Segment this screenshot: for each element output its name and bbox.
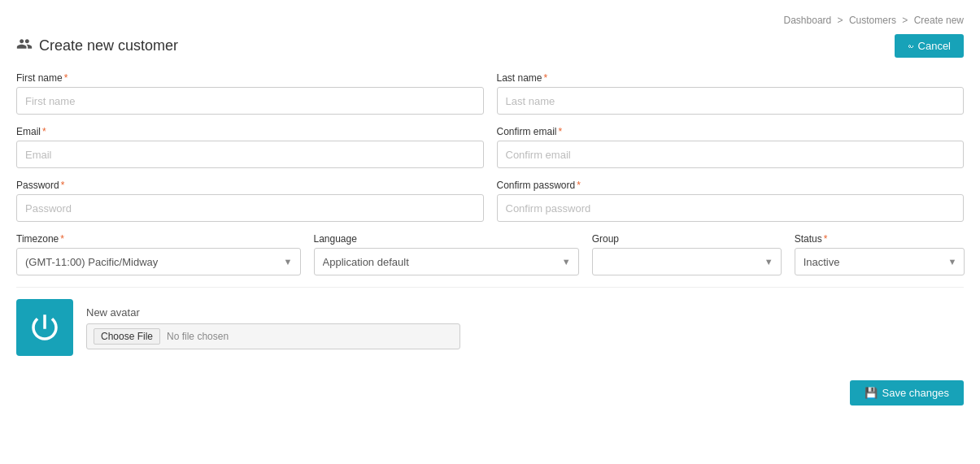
status-select-wrapper: Inactive Active ▼ bbox=[795, 248, 965, 275]
breadcrumb-sep2: > bbox=[902, 15, 910, 26]
status-required: * bbox=[824, 233, 828, 245]
confirm-password-required: * bbox=[577, 180, 581, 191]
timezone-required: * bbox=[60, 233, 64, 245]
avatar-section: New avatar Choose File No file chosen bbox=[16, 299, 964, 356]
breadcrumb-current: Create new bbox=[914, 15, 964, 26]
cancel-button[interactable]: ⧜ Cancel bbox=[895, 34, 964, 58]
first-name-label: First name* bbox=[16, 72, 484, 84]
confirm-email-required: * bbox=[559, 126, 563, 137]
confirm-email-label: Confirm email* bbox=[497, 126, 965, 137]
timezone-group: Timezone* (GMT-11:00) Pacific/Midway (GM… bbox=[16, 233, 301, 275]
choose-file-button[interactable]: Choose File bbox=[94, 328, 160, 345]
users-icon bbox=[16, 36, 33, 56]
breadcrumb-sep1: > bbox=[838, 15, 846, 26]
avatar bbox=[16, 299, 73, 356]
options-row: Timezone* (GMT-11:00) Pacific/Midway (GM… bbox=[16, 233, 964, 275]
footer-row: 💾 Save changes bbox=[16, 372, 964, 405]
divider bbox=[16, 287, 964, 288]
power-icon bbox=[28, 310, 62, 345]
password-input[interactable] bbox=[16, 194, 484, 222]
group-label: Group bbox=[592, 233, 782, 245]
breadcrumb-customers: Customers bbox=[849, 15, 896, 26]
email-required: * bbox=[42, 126, 46, 137]
last-name-required: * bbox=[544, 72, 548, 84]
group-group: Group Admin User ▼ bbox=[592, 233, 782, 275]
email-row: Email* Confirm email* bbox=[16, 126, 964, 168]
last-name-input[interactable] bbox=[497, 87, 965, 115]
confirm-email-group: Confirm email* bbox=[497, 126, 965, 168]
confirm-password-group: Confirm password* bbox=[497, 180, 965, 222]
avatar-label: New avatar bbox=[86, 306, 460, 319]
email-input[interactable] bbox=[16, 141, 484, 168]
email-group: Email* bbox=[16, 126, 484, 168]
last-name-group: Last name* bbox=[497, 72, 965, 115]
status-group: Status* Inactive Active ▼ bbox=[795, 233, 965, 275]
confirm-password-input[interactable] bbox=[497, 194, 965, 222]
password-label: Password* bbox=[16, 180, 484, 191]
breadcrumb-dashboard: Dashboard bbox=[784, 15, 832, 26]
status-select[interactable]: Inactive Active bbox=[795, 248, 965, 275]
name-row: First name* Last name* bbox=[16, 72, 964, 115]
save-icon: 💾 bbox=[865, 387, 878, 399]
group-select[interactable]: Admin User bbox=[592, 248, 782, 275]
password-required: * bbox=[61, 180, 65, 191]
timezone-label: Timezone* bbox=[16, 233, 301, 245]
page-header: Create new customer ⧜ Cancel bbox=[16, 34, 964, 58]
first-name-required: * bbox=[64, 72, 68, 84]
file-input-container: Choose File No file chosen bbox=[86, 323, 460, 349]
avatar-upload-section: New avatar Choose File No file chosen bbox=[86, 306, 460, 349]
breadcrumb: Dashboard > Customers > Create new bbox=[16, 8, 964, 34]
cancel-icon: ⧜ bbox=[908, 40, 913, 52]
password-row: Password* Confirm password* bbox=[16, 180, 964, 222]
language-select-wrapper: Application default English Spanish ▼ bbox=[314, 248, 579, 275]
status-label: Status* bbox=[795, 233, 965, 245]
language-select[interactable]: Application default English Spanish bbox=[314, 248, 579, 275]
last-name-label: Last name* bbox=[497, 72, 965, 84]
group-select-wrapper: Admin User ▼ bbox=[592, 248, 782, 275]
language-group: Language Application default English Spa… bbox=[314, 233, 579, 275]
timezone-select-wrapper: (GMT-11:00) Pacific/Midway (GMT-10:00) P… bbox=[16, 248, 301, 275]
first-name-input[interactable] bbox=[16, 87, 484, 115]
timezone-select[interactable]: (GMT-11:00) Pacific/Midway (GMT-10:00) P… bbox=[16, 248, 301, 275]
email-label: Email* bbox=[16, 126, 484, 137]
password-group: Password* bbox=[16, 180, 484, 222]
confirm-password-label: Confirm password* bbox=[497, 180, 965, 191]
confirm-email-input[interactable] bbox=[497, 141, 965, 168]
language-label: Language bbox=[314, 233, 579, 245]
page-title: Create new customer bbox=[16, 36, 178, 56]
save-button[interactable]: 💾 Save changes bbox=[850, 380, 964, 405]
no-file-text: No file chosen bbox=[167, 331, 229, 342]
first-name-group: First name* bbox=[16, 72, 484, 115]
